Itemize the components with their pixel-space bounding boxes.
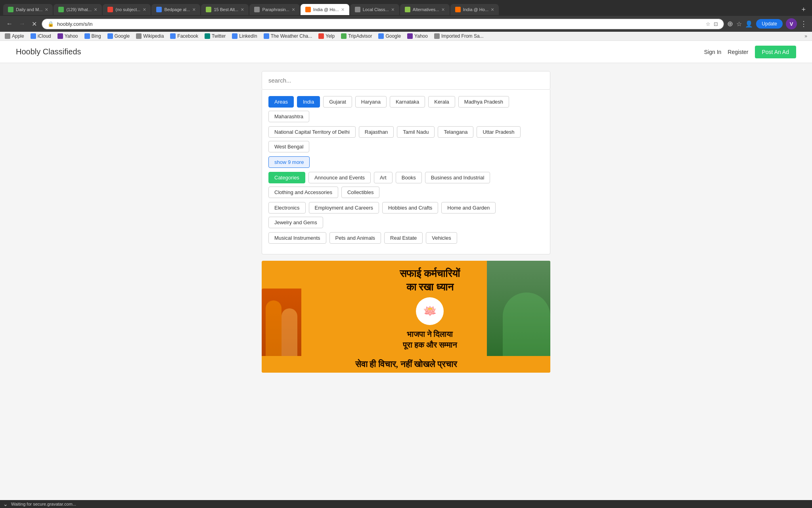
tab-15best[interactable]: 15 Best Alt... × [201,4,249,15]
address-bar[interactable]: 🔒 hoobly.com/s/in ☆ ⊡ [42,19,724,29]
tab-india-hoobly[interactable]: India @ Ho... × [301,4,349,15]
btn-realestate[interactable]: Real Estate [384,232,423,244]
profile-button[interactable]: V [786,18,797,29]
btn-clothing[interactable]: Clothing and Accessories [268,187,338,198]
btn-hobbies[interactable]: Hobbies and Crafts [382,202,438,214]
tab-daily[interactable]: Daily and M... × [3,4,53,15]
ad-line2: का रखा ध्यान [406,281,454,294]
tab-close[interactable]: × [143,6,146,13]
bookmark-yahoo[interactable]: Yahoo [57,33,78,39]
btn-india[interactable]: India [297,96,320,108]
btn-madhya[interactable]: Madhya Pradesh [458,96,509,108]
update-button[interactable]: Update [756,19,783,29]
new-tab-button[interactable]: + [798,4,809,15]
tab-favicon [455,7,461,12]
btn-categories[interactable]: Categories [268,172,305,183]
bookmark-icon[interactable]: ☆ [736,20,742,28]
btn-uttarpradesh[interactable]: Uttar Pradesh [477,126,520,138]
sign-in-link[interactable]: Sign In [704,49,722,55]
profile-icon[interactable]: 👤 [745,20,753,28]
btn-karnataka[interactable]: Karnataka [390,96,425,108]
btn-areas[interactable]: Areas [268,96,294,108]
extension-icon-1[interactable]: ⊕ [727,19,733,28]
btn-pets[interactable]: Pets and Animals [329,232,381,244]
bookmark-bing[interactable]: Bing [84,33,101,39]
bookmark-twitter[interactable]: Twitter [205,33,226,39]
btn-announce[interactable]: Announce and Events [308,172,371,183]
btn-employment[interactable]: Employment and Careers [309,202,379,214]
star-icon[interactable]: ☆ [706,21,710,27]
bookmark-yahoo[interactable]: Yahoo [407,33,428,39]
tab-close[interactable]: × [192,6,195,13]
bookmark-label: Yahoo [65,33,78,39]
btn-musical[interactable]: Musical Instruments [268,232,326,244]
tab-whatsapp[interactable]: (129) What... × [54,4,102,15]
tab-local[interactable]: Local Class... × [350,4,399,15]
bookmark-favicon [84,33,90,39]
tab-favicon [8,7,13,12]
bookmark-apple[interactable]: Apple [5,33,24,39]
btn-books[interactable]: Books [396,172,422,183]
btn-business[interactable]: Business and Industrial [425,172,490,183]
reload-button[interactable]: ✕ [30,19,38,29]
tab-close[interactable]: × [94,6,97,13]
tab-bedpage[interactable]: Bedpage al... × [151,4,200,15]
btn-home[interactable]: Home and Garden [441,202,496,214]
btn-electronics[interactable]: Electronics [268,202,306,214]
bookmarks-more[interactable]: » [804,33,807,39]
tab-alternatives[interactable]: Alternatives... × [400,4,450,15]
bookmark-wikipedia[interactable]: Wikipedia [136,33,164,39]
bookmark-the-weather-cha...[interactable]: The Weather Cha... [264,33,312,39]
bookmark-yelp[interactable]: Yelp [318,33,335,39]
tab-paraphrase[interactable]: Paraphrasin... × [249,4,300,15]
tab-india-ho2[interactable]: India @ Ho... × [450,4,499,15]
back-button[interactable]: ← [5,19,14,29]
btn-telangana[interactable]: Telangana [438,126,473,138]
cast-icon[interactable]: ⊡ [714,21,718,27]
btn-maharashtra[interactable]: Maharashtra [268,111,309,122]
bookmark-label: Imported From Sa... [441,33,484,39]
btn-haryana[interactable]: Haryana [355,96,387,108]
ad-text-center: सफाई कर्मचारियों का रखा ध्यान 🪷 भाजपा ने… [373,261,487,356]
bookmark-favicon [136,33,142,39]
show-more-button[interactable]: show 9 more [268,156,310,168]
btn-vehicles[interactable]: Vehicles [426,232,457,244]
forward-button[interactable]: → [17,19,27,29]
tab-label: Daily and M... [16,7,42,12]
search-input[interactable] [262,71,550,89]
btn-jewelry[interactable]: Jewelry and Gems [268,217,323,228]
btn-kerala[interactable]: Kerala [428,96,455,108]
bookmark-linkedin[interactable]: LinkedIn [232,33,257,39]
categories-row-3: Musical InstrumentsPets and AnimalsReal … [268,232,544,244]
tab-gmail[interactable]: (no subject... × [103,4,151,15]
register-link[interactable]: Register [728,49,748,55]
site-header: Hoobly Classifieds Sign In Register Post… [0,41,812,63]
btn-collectibles[interactable]: Collectibles [341,187,379,198]
bookmark-tripadvisor[interactable]: TripAdvisor [341,33,372,39]
btn-rajasthan[interactable]: Rajasthan [359,126,394,138]
bookmark-icloud[interactable]: iCloud [31,33,51,39]
ad-logo-symbol: 🪷 [423,304,437,318]
tab-close[interactable]: × [391,6,395,13]
bookmark-imported-from-sa...[interactable]: Imported From Sa... [434,33,484,39]
tab-close[interactable]: × [45,6,48,13]
bookmark-google[interactable]: Google [378,33,401,39]
bookmark-facebook[interactable]: Facebook [170,33,198,39]
categories-row-1: CategoriesAnnounce and EventsArtBooksBus… [268,172,544,198]
tab-close[interactable]: × [292,6,295,13]
tab-bar: Daily and M... × (129) What... × (no sub… [0,0,812,16]
tab-close[interactable]: × [241,6,244,13]
tab-close[interactable]: × [491,6,494,13]
btn-art[interactable]: Art [374,172,393,183]
tab-close[interactable]: × [341,6,344,13]
btn-tamilnadu[interactable]: Tamil Nadu [397,126,435,138]
menu-button[interactable]: ⋮ [800,19,807,28]
post-ad-button[interactable]: Post An Ad [755,46,797,58]
btn-gujarat[interactable]: Gujarat [323,96,352,108]
bookmark-favicon [57,33,63,39]
btn-nct[interactable]: National Capital Territory of Delhi [268,126,356,138]
btn-westbengal[interactable]: West Bengal [268,141,309,152]
tab-close[interactable]: × [442,6,445,13]
tab-favicon [254,7,260,12]
bookmark-google[interactable]: Google [107,33,130,39]
